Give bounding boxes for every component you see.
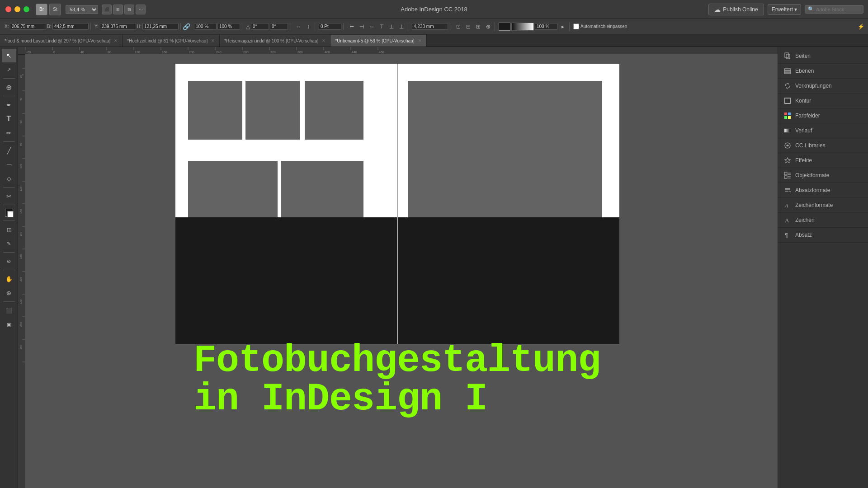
stroke-box[interactable] (7, 211, 14, 217)
rotation-input[interactable] (251, 23, 269, 30)
tab-0[interactable]: *food & mood Layout.indd @ 297 % [GPU-Vo… (0, 35, 123, 47)
text-tool[interactable]: T (2, 112, 16, 126)
img-top-right[interactable] (305, 81, 363, 140)
img-right-bot[interactable] (408, 161, 602, 220)
view-normal-btn[interactable]: ⬛ (102, 5, 112, 14)
maximize-btn[interactable] (24, 6, 29, 12)
panel-seiten[interactable]: Seiten (778, 49, 868, 64)
panel-absatzformate[interactable]: Absatzformate (778, 183, 868, 198)
img-top-left[interactable] (188, 81, 242, 140)
header-right: ☁ Publish Online Erweitert ▾ 🔍 (708, 4, 868, 15)
zoom-select[interactable]: 53,4 % (66, 5, 98, 14)
search-input[interactable] (816, 7, 860, 12)
zoom-tool[interactable]: ⊕ (2, 286, 16, 300)
panel-kontur[interactable]: Kontur (778, 94, 868, 108)
y-input[interactable] (100, 23, 136, 30)
fit-content-icon[interactable]: ⊡ (454, 22, 463, 31)
b-input[interactable] (52, 23, 89, 30)
tab-close-3[interactable]: ✕ (418, 38, 422, 43)
svg-rect-65 (788, 113, 791, 115)
measure-input[interactable] (412, 23, 448, 30)
view-custom-btn[interactable]: ⊟ (124, 5, 134, 14)
line-tool[interactable]: ╱ (2, 144, 16, 157)
panel-zeichenformate[interactable]: A Zeichenformate (778, 198, 868, 213)
eyedropper-tool[interactable]: ⊘ (2, 254, 16, 268)
panel-farbfelder[interactable]: Farbfelder (778, 108, 868, 123)
view-grid-btn[interactable]: ⊞ (113, 5, 123, 14)
panel-effekte[interactable]: Effekte (778, 153, 868, 168)
selection-tool[interactable]: ↖ (2, 49, 16, 62)
tab-close-0[interactable]: ✕ (114, 38, 118, 43)
shear-input[interactable] (270, 23, 288, 30)
gradient-tool[interactable]: ◫ (2, 223, 16, 236)
fill-color-box[interactable] (499, 23, 510, 31)
x-input[interactable] (10, 23, 46, 30)
fill-frame-icon[interactable]: ⊕ (484, 22, 493, 31)
fit-frame-icon[interactable]: ⊟ (464, 22, 473, 31)
size-fields: Y: H: (93, 23, 181, 30)
img-bot-left[interactable] (188, 161, 278, 220)
tab-close-1[interactable]: ✕ (211, 38, 215, 43)
publish-online-button[interactable]: ☁ Publish Online (708, 4, 764, 15)
tab-3[interactable]: *Unbenannt-5 @ 53 % [GPU-Vorschau] ✕ (330, 35, 426, 47)
scale-w-input[interactable] (194, 23, 217, 30)
autofit-checkbox[interactable] (573, 23, 579, 29)
fill-box[interactable] (5, 209, 13, 217)
tool-sep-7 (3, 252, 15, 253)
gap-tool[interactable]: ⊕ (2, 80, 16, 94)
hand-tool[interactable]: ✋ (2, 272, 16, 286)
align-right-icon[interactable]: ⊨ (367, 22, 376, 31)
img-top-mid[interactable] (245, 81, 300, 140)
pen-tool[interactable]: ✒ (2, 98, 16, 112)
opacity-input[interactable] (535, 23, 557, 30)
panel-ebenen[interactable]: Ebenen (778, 64, 868, 79)
panel-objektformate[interactable]: Objektformate (778, 168, 868, 183)
flip-h-icon[interactable]: ↔ (294, 22, 303, 31)
tab-close-2[interactable]: ✕ (322, 38, 326, 43)
pencil-tool[interactable]: ✏ (2, 126, 16, 140)
chain-link-icon[interactable]: 🔗 (183, 23, 190, 30)
preview-mode-btn[interactable]: ▣ (2, 318, 16, 331)
center-content-icon[interactable]: ⊞ (474, 22, 483, 31)
align-top-icon[interactable]: ⊤ (377, 22, 386, 31)
opacity-settings-icon[interactable]: ▸ (558, 22, 567, 31)
svg-text:40: 40 (80, 51, 84, 54)
erweitert-button[interactable]: Erweitert ▾ (768, 4, 801, 15)
align-center-v-icon[interactable]: ⊥ (387, 22, 396, 31)
search-bar: 🔍 (805, 5, 863, 14)
bridge-icon-btn[interactable]: Br (36, 4, 47, 15)
minimize-btn[interactable] (14, 6, 20, 12)
panel-zeichenformate-label: Zeichenformate (795, 202, 833, 208)
effects-icon[interactable]: ⚡ (856, 22, 865, 31)
h-label: H: (137, 24, 142, 29)
stock-icon-btn[interactable]: St (49, 4, 61, 15)
panel-verlauf[interactable]: Verlauf (778, 123, 868, 138)
svg-rect-59 (786, 54, 790, 59)
svg-text:-20: -20 (26, 51, 31, 54)
img-bot-right[interactable] (281, 161, 363, 220)
shape-tool[interactable]: ◇ (2, 172, 16, 185)
svg-rect-66 (784, 116, 787, 119)
close-btn[interactable] (5, 6, 11, 12)
app-icons: Br St (36, 4, 61, 15)
h-input[interactable] (142, 23, 179, 30)
align-center-h-icon[interactable]: ⊣ (357, 22, 366, 31)
scale-h-input[interactable] (217, 23, 240, 30)
frame-tool[interactable]: ▭ (2, 158, 16, 171)
panel-cc-libraries[interactable]: CC Libraries (778, 138, 868, 153)
panel-zeichen[interactable]: A Zeichen (778, 213, 868, 228)
view-mode-btn[interactable]: ⬛ (2, 304, 16, 317)
scissors-tool[interactable]: ✂ (2, 189, 16, 203)
flip-v-icon[interactable]: ↕ (304, 22, 313, 31)
panel-absatz[interactable]: ¶ Absatz (778, 228, 868, 243)
main-area: ↖ ↗ ⊕ ✒ T ✏ ╱ ▭ ◇ ✂ ◫ ✎ ⊘ ✋ ⊕ ⬛ ▣ (0, 47, 868, 488)
stroke-input[interactable] (319, 23, 341, 30)
panel-verknuepfungen[interactable]: Verknüpfungen (778, 79, 868, 94)
align-left-icon[interactable]: ⊢ (347, 22, 356, 31)
align-bottom-icon[interactable]: ⊥ (397, 22, 406, 31)
view-preview-btn[interactable]: ⋯ (136, 5, 146, 14)
note-tool[interactable]: ✎ (2, 237, 16, 250)
direct-selection-tool[interactable]: ↗ (2, 63, 16, 76)
tab-1[interactable]: *Hochzeit.indd @ 61 % [GPU-Vorschau] ✕ (123, 35, 220, 47)
tab-2[interactable]: *Reisemagazin.indd @ 100 % [GPU-Vorschau… (220, 35, 330, 47)
